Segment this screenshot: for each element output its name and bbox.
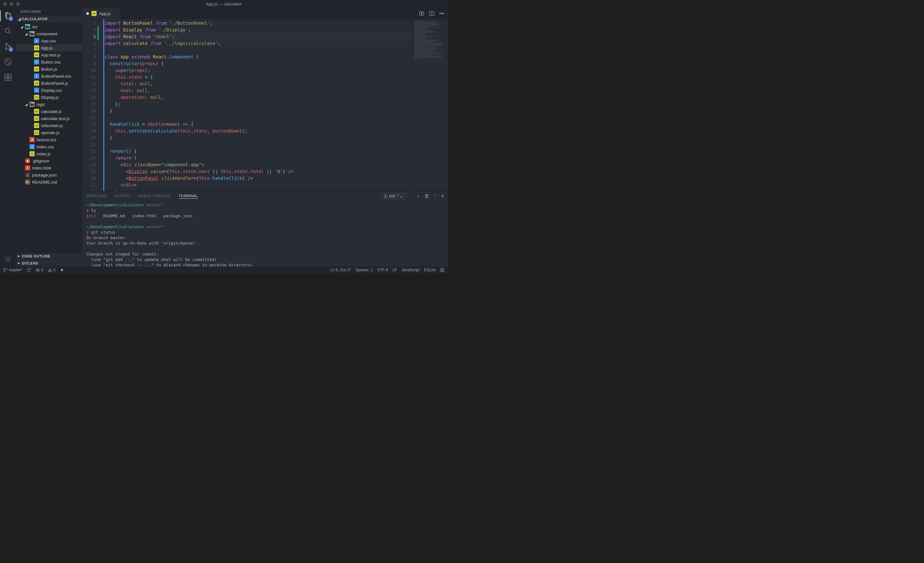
css-icon: # bbox=[34, 59, 39, 65]
file-item[interactable]: JSindex.js bbox=[16, 150, 82, 157]
minimize-window[interactable] bbox=[10, 2, 14, 6]
file-item[interactable]: JScalculate.test.js bbox=[16, 115, 82, 122]
tab-bar: JS App.js ••• bbox=[82, 8, 448, 19]
titlebar: App.js — calculator bbox=[0, 0, 448, 8]
panel-tab-output[interactable]: OUTPUT bbox=[115, 194, 130, 199]
tree-label: logic bbox=[37, 102, 45, 107]
debug-icon[interactable] bbox=[4, 58, 12, 66]
maximize-panel-icon[interactable]: ⌃ bbox=[434, 194, 436, 199]
explorer-icon[interactable]: 1 bbox=[4, 12, 12, 20]
close-panel-icon[interactable]: ✕ bbox=[441, 194, 444, 199]
tree-label: App.js bbox=[41, 46, 52, 50]
settings-gear-icon[interactable] bbox=[4, 255, 12, 263]
minimap[interactable] bbox=[412, 19, 448, 191]
search-icon[interactable] bbox=[4, 27, 12, 35]
file-item[interactable]: JSDisplay.js bbox=[16, 94, 82, 101]
tree-label: component bbox=[37, 32, 57, 36]
file-item[interactable]: #App.css bbox=[16, 37, 82, 44]
kill-terminal-icon[interactable] bbox=[424, 194, 429, 199]
file-item[interactable]: JSApp.js bbox=[16, 44, 82, 51]
tree-label: src bbox=[32, 24, 38, 29]
editor-actions: ••• bbox=[418, 8, 448, 19]
tree-label: README.md bbox=[32, 180, 57, 185]
code-editor[interactable]: 3456789101112131415161718192021222324252… bbox=[82, 19, 448, 191]
tree-label: favicon.ico bbox=[37, 137, 56, 142]
status-eol[interactable]: LF bbox=[393, 268, 397, 272]
file-item[interactable]: ◆.gitignore bbox=[16, 157, 82, 164]
panel-tab-terminal[interactable]: TERMINAL bbox=[179, 194, 198, 199]
folder-item[interactable]: ◢src bbox=[16, 23, 82, 30]
file-item[interactable]: JSButtonPanel.js bbox=[16, 80, 82, 87]
folder-icon bbox=[30, 31, 34, 36]
window-title: App.js — calculator bbox=[206, 2, 242, 6]
status-language[interactable]: JavaScript bbox=[402, 268, 420, 272]
file-item[interactable]: JSApp.test.js bbox=[16, 51, 82, 59]
terminal-select[interactable]: 1: zsh⌃⌄ bbox=[381, 193, 405, 199]
status-errors[interactable]: 0 bbox=[36, 268, 44, 272]
folder-item[interactable]: ◢component bbox=[16, 30, 82, 37]
svg-rect-7 bbox=[8, 78, 11, 81]
file-item[interactable]: #index.css bbox=[16, 143, 82, 150]
tree-label: calculate.js bbox=[41, 109, 62, 114]
file-item[interactable]: #Display.css bbox=[16, 87, 82, 94]
svg-point-2 bbox=[6, 48, 7, 50]
file-item[interactable]: #Button.css bbox=[16, 59, 82, 66]
file-item[interactable]: {}package.json bbox=[16, 171, 82, 179]
svg-point-14 bbox=[4, 271, 4, 272]
status-feedback-icon[interactable] bbox=[440, 268, 445, 273]
css-icon: # bbox=[30, 144, 34, 149]
status-branch[interactable]: master* bbox=[3, 268, 22, 272]
tree-label: ButtonPanel.js bbox=[41, 81, 68, 86]
panel-tab-problems[interactable]: PROBLEMS bbox=[86, 194, 107, 199]
tab-app-js[interactable]: JS App.js bbox=[82, 8, 121, 19]
html-icon: 5 bbox=[25, 165, 30, 170]
terminal-output[interactable]: ~/Development/calculator master* ❯ ls sr… bbox=[82, 201, 448, 266]
git-icon: ◆ bbox=[25, 158, 30, 164]
chevron-right-icon: ▸ bbox=[18, 261, 21, 265]
split-editor-icon[interactable] bbox=[429, 11, 435, 17]
folder-src-icon bbox=[25, 24, 30, 29]
js-icon: JS bbox=[30, 151, 34, 156]
modified-indicator-icon bbox=[86, 12, 89, 15]
tree-label: package.json bbox=[32, 173, 57, 177]
status-warnings[interactable]: 0 bbox=[48, 268, 56, 272]
file-item[interactable]: #ButtonPanel.css bbox=[16, 72, 82, 80]
tree-root[interactable]: ◢ CALCULATOR bbox=[16, 15, 82, 23]
source-control-icon[interactable]: 1 bbox=[4, 42, 12, 51]
file-item[interactable]: M↓README.md bbox=[16, 179, 82, 186]
editor-area: JS App.js ••• 34567891011121314151617181… bbox=[82, 8, 448, 266]
tree-label: Button.css bbox=[41, 60, 61, 65]
compare-changes-icon[interactable] bbox=[418, 11, 424, 17]
svg-point-9 bbox=[7, 258, 9, 260]
file-item[interactable]: JSisNumber.js bbox=[16, 122, 82, 129]
status-live[interactable] bbox=[60, 268, 64, 272]
extensions-icon[interactable] bbox=[4, 73, 12, 81]
status-encoding[interactable]: UTF-8 bbox=[377, 268, 388, 272]
gitlens-section[interactable]: ▸ GITLENS bbox=[16, 259, 82, 266]
panel-tab-debug[interactable]: DEBUG CONSOLE bbox=[138, 194, 171, 199]
status-cursor[interactable]: Ln 5, Col 27 bbox=[330, 268, 351, 272]
file-item[interactable]: JScalculate.js bbox=[16, 108, 82, 115]
file-item[interactable]: JSoperate.js bbox=[16, 129, 82, 136]
file-item[interactable]: ★favicon.ico bbox=[16, 136, 82, 143]
close-window[interactable] bbox=[3, 2, 7, 6]
code-outline-section[interactable]: ▸ CODE OUTLINE bbox=[16, 252, 82, 259]
tree-label: App.test.js bbox=[41, 53, 61, 57]
new-terminal-icon[interactable]: ＋ bbox=[417, 194, 420, 199]
maximize-window[interactable] bbox=[16, 2, 20, 6]
tree-label: index.js bbox=[37, 152, 51, 156]
css-icon: # bbox=[34, 38, 39, 44]
folder-item[interactable]: ◢logic bbox=[16, 101, 82, 108]
more-actions-icon[interactable]: ••• bbox=[439, 11, 444, 16]
bottom-panel: PROBLEMS OUTPUT DEBUG CONSOLE TERMINAL 1… bbox=[82, 191, 448, 266]
explorer-badge: 1 bbox=[9, 17, 13, 21]
file-item[interactable]: 5index.html bbox=[16, 164, 82, 171]
css-icon: # bbox=[34, 88, 39, 93]
file-item[interactable]: JSButton.js bbox=[16, 66, 82, 72]
code-content[interactable]: import ButtonPanel from './ButtonPanel';… bbox=[102, 19, 412, 191]
svg-rect-5 bbox=[5, 74, 8, 77]
status-eslint[interactable]: ESLint bbox=[424, 268, 435, 272]
status-spaces[interactable]: Spaces: 2 bbox=[356, 268, 372, 272]
js-icon: JS bbox=[34, 95, 39, 100]
status-sync[interactable] bbox=[27, 268, 31, 272]
